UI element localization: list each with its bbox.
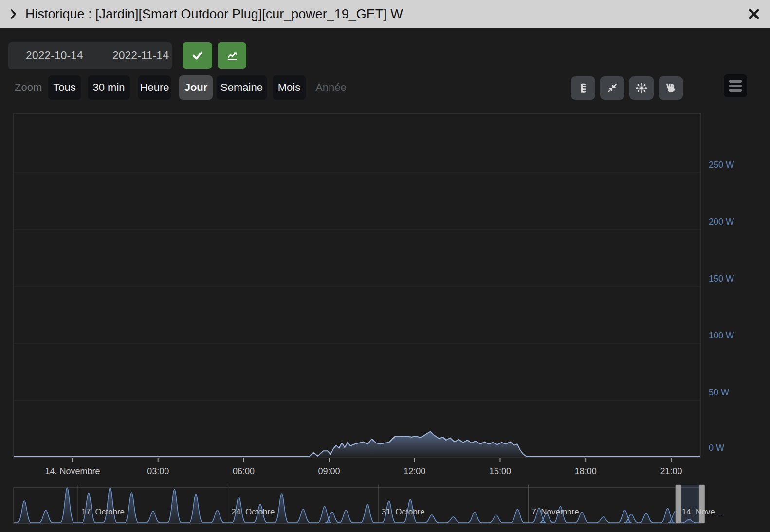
- range-button-mois[interactable]: Mois: [273, 75, 306, 100]
- y-axis-label: 250 W: [709, 160, 734, 170]
- navigator: 17. Octobre24. Octobre31. Octobre7. Nove…: [14, 485, 723, 523]
- pan-tool-button[interactable]: [659, 76, 683, 100]
- pan-hand-icon: [664, 81, 678, 95]
- y-axis-label: 100 W: [709, 331, 734, 340]
- y-axis: 0 W50 W100 W150 W200 W250 W: [14, 160, 734, 453]
- x-axis: 14. Novembre03:0006:0009:0012:0015:0018:…: [45, 458, 682, 476]
- x-axis-label: 06:00: [233, 466, 255, 476]
- range-button-heure[interactable]: Heure: [138, 75, 171, 100]
- zoom-label: Zoom: [15, 75, 42, 100]
- x-axis-label: 12:00: [403, 466, 425, 476]
- scatter-points-icon: [635, 82, 648, 94]
- date-range-box: 2022-10-14 2022-11-14: [8, 42, 172, 69]
- y-axis-label: 0 W: [709, 443, 724, 453]
- power-series-area: [14, 432, 700, 457]
- dialog-title: Historique : [Jardin][Smart Outdoor Plug…: [25, 7, 403, 22]
- compress-arrows-icon: [606, 82, 619, 94]
- x-axis-label: 18:00: [575, 466, 597, 476]
- show-graph-button[interactable]: [218, 42, 246, 69]
- navigator-series-area: [14, 488, 700, 523]
- range-button-semaine[interactable]: Semaine: [217, 75, 267, 100]
- navigator-week-label: 24. Octobre: [232, 507, 275, 516]
- compress-tool-button[interactable]: [600, 76, 624, 100]
- checkmark-icon: [191, 49, 204, 62]
- hamburger-menu-icon: [729, 80, 742, 83]
- navigator-week-label: 17. Octobre: [81, 507, 125, 516]
- trend-line-arrow-icon: [225, 49, 239, 62]
- x-axis-label: 03:00: [147, 466, 169, 476]
- close-icon[interactable]: [747, 7, 761, 21]
- range-button-tous[interactable]: Tous: [48, 75, 81, 100]
- collapse-chevron-icon[interactable]: [7, 7, 21, 21]
- chart-context-menu-button[interactable]: [724, 74, 747, 97]
- history-dialog: 0 W50 W100 W150 W200 W250 W14. Novembre0…: [0, 0, 770, 532]
- confirm-dates-button[interactable]: [183, 42, 212, 69]
- y-axis-label: 50 W: [709, 388, 729, 397]
- navigator-week-label: 14. Nove…: [682, 507, 723, 516]
- range-button-30min[interactable]: 30 min: [88, 75, 130, 100]
- ruler-icon: [577, 82, 589, 94]
- range-button-annee[interactable]: Année: [313, 75, 348, 100]
- navigator-handle-left[interactable]: [676, 485, 681, 523]
- navigator-series-line: [14, 488, 700, 523]
- navigator-week-label: 7. Novembre: [532, 507, 579, 516]
- scatter-tool-button[interactable]: [629, 76, 654, 100]
- x-axis-label: 15:00: [489, 466, 511, 476]
- y-axis-label: 150 W: [709, 274, 734, 284]
- end-date-input[interactable]: 2022-11-14: [112, 42, 169, 69]
- dialog-header: Historique : [Jardin][Smart Outdoor Plug…: [0, 0, 770, 28]
- x-axis-label: 09:00: [318, 466, 340, 476]
- navigator-selected-range[interactable]: [678, 485, 702, 523]
- range-button-jour[interactable]: Jour: [179, 75, 213, 100]
- navigator-outline: [14, 488, 701, 523]
- plot-border: [14, 113, 701, 457]
- y-axis-label: 200 W: [709, 217, 734, 227]
- start-date-input[interactable]: 2022-10-14: [26, 42, 83, 69]
- navigator-handle-right[interactable]: [699, 485, 705, 523]
- navigator-week-label: 31. Octobre: [382, 507, 425, 516]
- x-axis-label: 14. Novembre: [45, 466, 100, 476]
- x-axis-label: 21:00: [660, 466, 682, 476]
- ruler-tool-button[interactable]: [571, 76, 595, 100]
